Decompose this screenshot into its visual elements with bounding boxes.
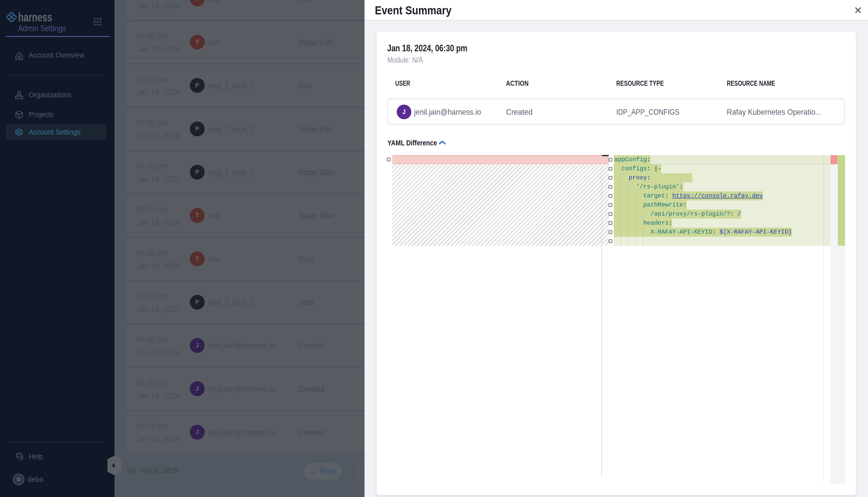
- svg-text:?: ?: [18, 453, 20, 456]
